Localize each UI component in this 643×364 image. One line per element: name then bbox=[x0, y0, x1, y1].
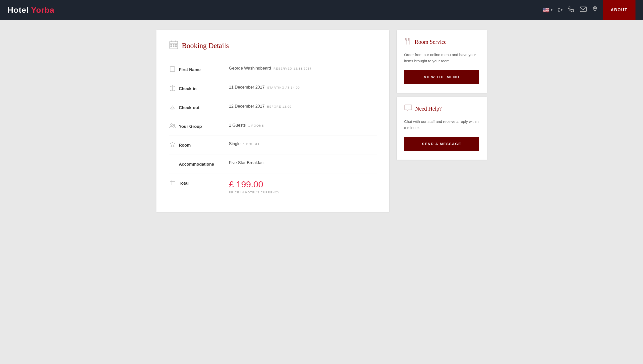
svg-rect-9 bbox=[171, 46, 172, 47]
svg-rect-8 bbox=[175, 44, 176, 45]
svg-point-19 bbox=[173, 124, 175, 126]
room-service-card: Room Service Order from our online menu … bbox=[397, 30, 487, 93]
need-help-title-row: Need Help? bbox=[404, 104, 479, 113]
send-message-button[interactable]: SEND A MESSAGE bbox=[404, 137, 479, 151]
booking-row-check-in: Check-in 11 December 2017STARTING AT 14:… bbox=[169, 79, 377, 98]
row-label-first-name: First Name bbox=[169, 66, 224, 74]
sub-text-check-out: BEFORE 12:00 bbox=[267, 105, 291, 108]
label-text-check-in: Check-in bbox=[179, 86, 197, 91]
row-value-check-in: 11 December 2017STARTING AT 14:00 bbox=[229, 85, 300, 90]
location-icon[interactable] bbox=[592, 6, 598, 14]
language-selector[interactable]: 🇺🇸 ▾ bbox=[543, 7, 553, 14]
sub-text-check-in: STARTING AT 14:00 bbox=[267, 86, 300, 89]
svg-rect-25 bbox=[170, 180, 175, 185]
phone-icon[interactable] bbox=[568, 6, 574, 14]
total-icon bbox=[169, 179, 176, 187]
booking-title: Booking Details bbox=[182, 42, 229, 50]
room-service-title: Room Service bbox=[415, 39, 447, 45]
value-text-room: Single bbox=[229, 141, 241, 146]
row-label-total: Total bbox=[169, 179, 224, 187]
room-icon bbox=[169, 141, 176, 149]
booking-rows: First Name George WashingbeardRESERVED 1… bbox=[169, 60, 377, 199]
row-value-total: £ 199.00PRICE IN HOTEL'S CURRENCY bbox=[229, 179, 280, 194]
currency-selector[interactable]: £ ▾ bbox=[558, 7, 563, 13]
booking-title-row: Booking Details bbox=[169, 40, 377, 51]
logo-hotel: Hotel bbox=[8, 6, 31, 15]
check-in-icon bbox=[169, 85, 176, 93]
svg-point-18 bbox=[170, 124, 172, 126]
chat-icon bbox=[404, 104, 412, 113]
row-value-first-name: George WashingbeardRESERVED 12/11/2017 bbox=[229, 66, 312, 71]
svg-point-1 bbox=[594, 8, 596, 9]
svg-rect-21 bbox=[170, 161, 172, 163]
calendar-icon bbox=[169, 40, 178, 51]
row-value-check-out: 12 December 2017BEFORE 12:00 bbox=[229, 104, 292, 109]
logo-name: Yorba bbox=[31, 6, 54, 15]
booking-row-check-out: Check-out 12 December 2017BEFORE 12:00 bbox=[169, 98, 377, 117]
cutlery-icon bbox=[404, 38, 412, 47]
booking-row-first-name: First Name George WashingbeardRESERVED 1… bbox=[169, 60, 377, 79]
booking-row-total: Total £ 199.00PRICE IN HOTEL'S CURRENCY bbox=[169, 174, 377, 199]
your-group-icon bbox=[169, 123, 176, 130]
row-label-check-in: Check-in bbox=[169, 85, 224, 93]
booking-row-accommodations: Accommodations Five Star Breakfast bbox=[169, 155, 377, 174]
main-content: Booking Details First Name George Washin… bbox=[146, 30, 497, 212]
row-value-accommodations: Five Star Breakfast bbox=[229, 160, 265, 165]
value-text-your-group: 1 Guests bbox=[229, 123, 246, 128]
booking-row-your-group: Your Group 1 Guests1 ROOMS bbox=[169, 117, 377, 136]
row-label-accommodations: Accommodations bbox=[169, 160, 224, 168]
row-label-your-group: Your Group bbox=[169, 123, 224, 130]
svg-rect-22 bbox=[173, 161, 175, 163]
booking-row-room: Room Single1 DOUBLE bbox=[169, 136, 377, 155]
svg-rect-20 bbox=[171, 145, 173, 147]
booking-card: Booking Details First Name George Washin… bbox=[156, 30, 389, 212]
nav-right: 🇺🇸 ▾ £ ▾ bbox=[543, 0, 635, 20]
currency-symbol: £ bbox=[558, 7, 560, 13]
label-text-accommodations: Accommodations bbox=[179, 162, 214, 167]
value-text-check-in: 11 December 2017 bbox=[229, 85, 265, 90]
row-value-room: Single1 DOUBLE bbox=[229, 141, 261, 146]
room-service-title-row: Room Service bbox=[404, 38, 479, 47]
label-text-your-group: Your Group bbox=[179, 124, 202, 129]
label-text-total: Total bbox=[179, 181, 189, 186]
value-text-first-name: George Washingbeard bbox=[229, 66, 271, 71]
need-help-card: Need Help? Chat with our staff and recei… bbox=[397, 97, 487, 160]
about-button[interactable]: ABOUT bbox=[603, 0, 635, 20]
value-text-check-out: 12 December 2017 bbox=[229, 104, 265, 109]
first-name-icon bbox=[169, 66, 176, 74]
site-logo: Hotel Yorba bbox=[8, 6, 55, 15]
svg-rect-23 bbox=[170, 164, 172, 166]
sub-text-your-group: 1 ROOMS bbox=[248, 124, 264, 127]
svg-rect-7 bbox=[173, 44, 174, 45]
total-amount: £ 199.00 bbox=[229, 179, 280, 189]
need-help-title: Need Help? bbox=[415, 106, 442, 112]
row-label-check-out: Check-out bbox=[169, 104, 224, 112]
total-sub: PRICE IN HOTEL'S CURRENCY bbox=[229, 191, 280, 194]
nav-icons bbox=[568, 6, 598, 14]
view-menu-button[interactable]: VIEW THE MENU bbox=[404, 70, 479, 84]
value-text-accommodations: Five Star Breakfast bbox=[229, 160, 265, 165]
sub-text-room: 1 DOUBLE bbox=[243, 143, 260, 146]
email-icon[interactable] bbox=[580, 7, 587, 14]
row-value-your-group: 1 Guests1 ROOMS bbox=[229, 123, 264, 128]
accommodations-icon bbox=[169, 160, 176, 168]
label-text-first-name: First Name bbox=[179, 67, 201, 72]
navbar: Hotel Yorba 🇺🇸 ▾ £ ▾ bbox=[0, 0, 643, 20]
svg-rect-24 bbox=[173, 164, 175, 166]
svg-rect-6 bbox=[171, 44, 172, 45]
sidebar: Room Service Order from our online menu … bbox=[397, 30, 487, 160]
flag-icon: 🇺🇸 bbox=[543, 7, 550, 14]
row-label-room: Room bbox=[169, 141, 224, 149]
currency-dropdown-icon: ▾ bbox=[561, 8, 563, 12]
svg-rect-11 bbox=[175, 46, 176, 47]
label-text-check-out: Check-out bbox=[179, 105, 199, 110]
check-out-icon bbox=[169, 104, 176, 112]
sub-text-first-name: RESERVED 12/11/2017 bbox=[274, 67, 312, 70]
svg-rect-10 bbox=[173, 46, 174, 47]
label-text-room: Room bbox=[179, 143, 191, 148]
dropdown-arrow-icon: ▾ bbox=[551, 8, 553, 12]
room-service-description: Order from our online menu and have your… bbox=[404, 52, 479, 64]
need-help-description: Chat with our staff and receive a reply … bbox=[404, 118, 479, 131]
